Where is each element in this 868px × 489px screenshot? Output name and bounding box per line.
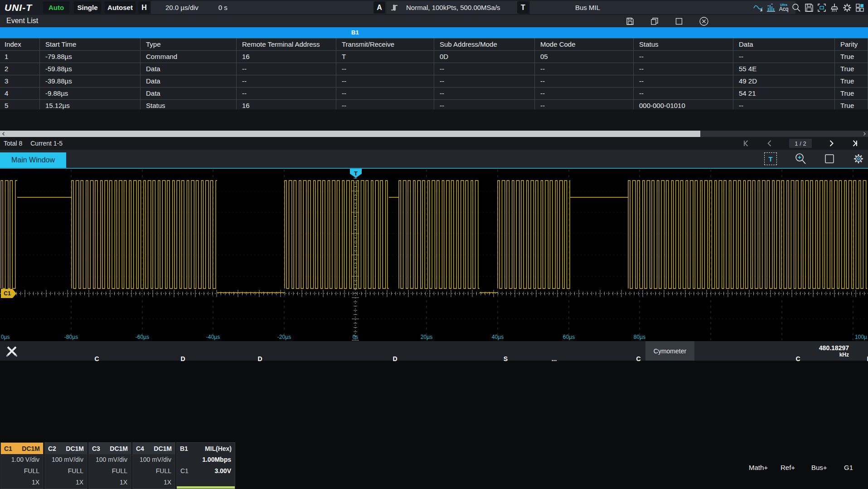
table-cell[interactable]: -- — [733, 51, 835, 63]
table-cell[interactable]: 54 21 — [733, 88, 835, 100]
table-cell[interactable]: 0D — [434, 51, 535, 63]
table-cell[interactable]: -- — [634, 63, 733, 75]
table-cell[interactable]: True — [835, 88, 868, 100]
close-icon[interactable] — [699, 16, 709, 26]
table-cell[interactable]: -- — [434, 75, 535, 88]
scroll-right-icon[interactable] — [862, 132, 867, 136]
horizontal-badge: H — [138, 1, 150, 14]
table-cell[interactable]: -79.88µs — [40, 51, 141, 63]
side-button-bus[interactable]: Bus+ — [811, 464, 827, 471]
last-page-icon[interactable] — [851, 139, 859, 147]
column-header: Sub Address/Mode — [434, 39, 535, 51]
channel-box-c1[interactable]: C1DC1M1.00 V/divFULL1X — [0, 442, 44, 489]
window-icon[interactable] — [824, 153, 835, 165]
table-cell[interactable]: -39.88µs — [40, 75, 141, 88]
table-cell[interactable]: 05 — [535, 51, 634, 63]
waveform-area[interactable] — [0, 169, 868, 341]
table-cell[interactable]: -- — [535, 75, 634, 88]
table-cell[interactable]: 55 4E — [733, 63, 835, 75]
channel-box-c2[interactable]: C2DC1M100 mV/divFULL1X — [44, 442, 87, 489]
settings-icon[interactable] — [852, 152, 865, 165]
table-cell[interactable]: -9.88µs — [40, 88, 141, 100]
table-cell[interactable]: -- — [634, 88, 733, 100]
table-cell[interactable]: -- — [336, 63, 434, 75]
table-cell[interactable]: -- — [237, 88, 336, 100]
search-icon[interactable] — [790, 1, 803, 14]
channel-header: C3DC1M — [89, 443, 131, 454]
table-cell[interactable]: 49 2D — [733, 75, 835, 88]
toolbar-icons: Ultra Acq — [752, 0, 868, 15]
column-header: Index — [0, 39, 40, 51]
channel-setting: FULL — [133, 465, 175, 477]
channel-id: C4 — [136, 445, 144, 452]
crossed-pencils-icon[interactable] — [5, 344, 19, 358]
text-select-icon[interactable]: T — [764, 152, 777, 165]
table-cell[interactable]: True — [835, 75, 868, 88]
table-cell[interactable]: Data — [141, 88, 237, 100]
table-cell[interactable]: -- — [634, 75, 733, 88]
single-button[interactable]: Single — [74, 1, 101, 14]
table-cell[interactable]: True — [835, 63, 868, 75]
horizontal-panel[interactable]: 20.0 µs/div 0 s — [151, 1, 386, 14]
first-page-icon[interactable] — [742, 139, 750, 147]
bus-channel-mode: MIL(Hex) — [205, 445, 232, 452]
prev-page-icon[interactable] — [766, 139, 774, 147]
table-cell[interactable]: -- — [634, 51, 733, 63]
acquire-badge: A — [373, 1, 385, 14]
zoom-in-icon[interactable] — [794, 152, 807, 166]
table-cell[interactable]: 2 — [0, 63, 40, 75]
table-cell[interactable]: -- — [336, 75, 434, 88]
horizontal-scrollbar[interactable] — [0, 131, 868, 137]
table-cell[interactable]: True — [835, 51, 868, 63]
maximize-icon[interactable] — [674, 17, 684, 26]
cymometer-value: 480.18297 — [819, 344, 849, 352]
bus-select-bar[interactable]: B1 — [0, 27, 868, 38]
copy-icon[interactable] — [650, 17, 659, 26]
side-button-ref[interactable]: Ref+ — [781, 464, 795, 471]
channel-box-c3[interactable]: C3DC1M100 mV/divFULL1X — [88, 442, 131, 489]
table-cell[interactable]: 1 — [0, 51, 40, 63]
table-cell[interactable]: -- — [434, 88, 535, 100]
table-cell[interactable]: -59.88µs — [40, 63, 141, 75]
screenshot-icon[interactable] — [815, 1, 828, 14]
table-cell[interactable]: -- — [237, 75, 336, 88]
settings-icon[interactable] — [841, 1, 853, 14]
column-header: Mode Code — [535, 39, 634, 51]
column-header: Transmit/Receive — [336, 39, 434, 51]
fft-icon[interactable] — [765, 1, 777, 14]
table-cell[interactable]: Data — [141, 63, 237, 75]
next-page-icon[interactable] — [827, 139, 835, 147]
table-cell[interactable]: -- — [434, 63, 535, 75]
table-cell[interactable]: 16 — [237, 51, 336, 63]
math-wave-icon[interactable] — [752, 1, 765, 14]
side-button-g1[interactable]: G1 — [844, 464, 853, 471]
event-list-title: Event List — [6, 17, 38, 25]
side-button-math[interactable]: Math+ — [749, 464, 768, 471]
table-cell[interactable]: 4 — [0, 88, 40, 100]
column-header: Type — [141, 39, 237, 51]
bus-source: C1 — [180, 465, 189, 477]
ultra-acq-icon[interactable]: Ultra Acq — [777, 1, 790, 14]
run-state-button[interactable]: Auto — [43, 1, 69, 14]
table-cell[interactable]: Command — [141, 51, 237, 63]
windows-icon[interactable] — [853, 1, 866, 14]
table-cell[interactable]: -- — [237, 63, 336, 75]
bus-channel-box[interactable]: B1 MIL(Hex) 1.00Mbps C1 3.00V — [176, 442, 235, 489]
bus-activity-bar — [177, 486, 235, 489]
channel-box-c4[interactable]: C4DC1M100 mV/divFULL1X — [132, 442, 175, 489]
save-icon[interactable] — [803, 1, 815, 14]
table-cell[interactable]: T — [336, 51, 434, 63]
tab-main-window[interactable]: Main Window — [0, 152, 66, 168]
save-icon[interactable] — [626, 17, 635, 26]
acquire-panel[interactable]: Normal, 100kPts, 500.00MSa/s — [386, 1, 519, 14]
clear-icon[interactable] — [828, 1, 841, 14]
scroll-left-icon[interactable] — [1, 132, 6, 136]
table-cell[interactable]: 3 — [0, 75, 40, 88]
autoset-button[interactable]: Autoset — [105, 1, 136, 14]
table-cell[interactable]: -- — [336, 88, 434, 100]
scrollbar-thumb[interactable] — [0, 131, 700, 137]
table-cell[interactable]: Data — [141, 75, 237, 88]
table-cell[interactable]: -- — [535, 88, 634, 100]
event-list-titlebar: Event List — [0, 15, 868, 27]
table-cell[interactable]: -- — [535, 63, 634, 75]
